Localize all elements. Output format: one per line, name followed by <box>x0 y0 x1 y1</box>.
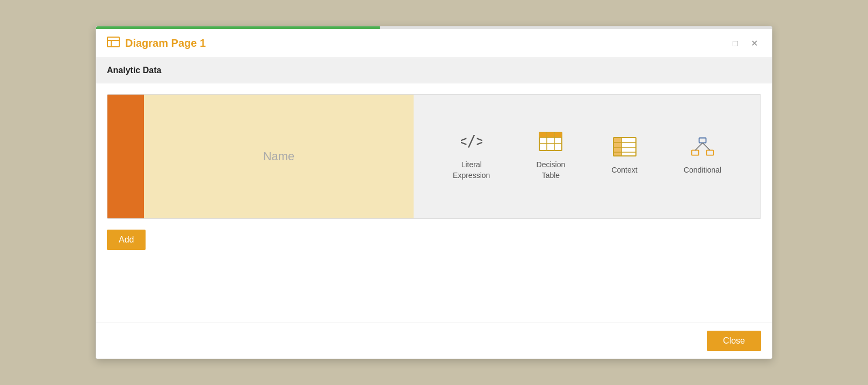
orange-bar <box>107 95 144 218</box>
svg-rect-21 <box>706 151 713 155</box>
context-icon <box>613 137 636 156</box>
close-button-header[interactable]: ✕ <box>748 38 761 49</box>
main-dialog: Diagram Page 1 □ ✕ Analytic Data Name <box>96 26 772 359</box>
dialog-controls: □ ✕ <box>729 38 761 49</box>
conditional-label: Conditional <box>684 165 721 176</box>
diagram-icon <box>107 37 120 50</box>
literal-expression-option[interactable]: </> Literal Expression <box>442 126 501 186</box>
literal-expression-label: Literal Expression <box>453 160 490 181</box>
add-button[interactable]: Add <box>107 230 146 250</box>
svg-rect-0 <box>107 37 119 47</box>
data-row: Name </> Literal Expression <box>107 94 761 219</box>
svg-text:</>: </> <box>461 132 482 150</box>
conditional-option[interactable]: Conditional <box>673 132 732 181</box>
name-area: Name <box>144 95 414 218</box>
name-placeholder: Name <box>263 149 295 163</box>
svg-rect-20 <box>692 151 699 155</box>
dialog-header: Diagram Page 1 □ ✕ <box>96 29 772 58</box>
decision-table-icon <box>539 132 562 151</box>
svg-rect-12 <box>555 133 561 137</box>
expression-types-panel: </> Literal Expression <box>414 95 761 218</box>
dialog-title: Diagram Page 1 <box>125 37 206 49</box>
section-title: Analytic Data <box>107 66 161 75</box>
dialog-body: Name </> Literal Expression <box>96 83 772 323</box>
data-row-left: Name <box>107 95 414 218</box>
svg-line-23 <box>703 143 710 151</box>
minimize-button[interactable]: □ <box>729 38 741 49</box>
close-button-footer[interactable]: Close <box>707 331 761 351</box>
svg-rect-19 <box>699 138 706 143</box>
literal-expression-icon: </> <box>461 132 482 151</box>
dialog-title-area: Diagram Page 1 <box>107 37 206 50</box>
svg-rect-11 <box>547 133 554 137</box>
context-option[interactable]: Context <box>601 132 648 181</box>
svg-line-22 <box>695 143 703 151</box>
svg-rect-14 <box>614 138 621 155</box>
svg-rect-10 <box>540 133 546 137</box>
decision-table-label: Decision Table <box>537 160 566 181</box>
section-header: Analytic Data <box>96 58 772 83</box>
context-label: Context <box>611 165 637 176</box>
conditional-icon <box>691 137 714 156</box>
dialog-footer: Close <box>96 323 772 359</box>
decision-table-option[interactable]: Decision Table <box>526 126 576 186</box>
